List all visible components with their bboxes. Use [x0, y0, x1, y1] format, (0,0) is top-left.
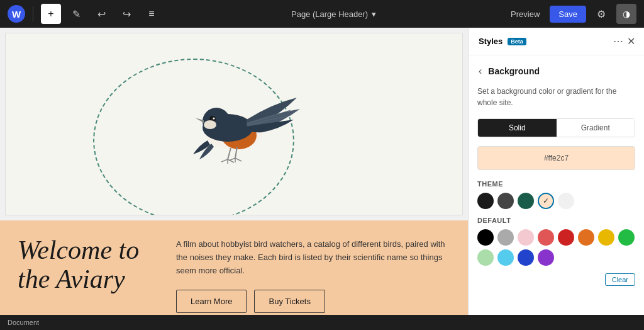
panel-section-title: Background	[488, 66, 540, 76]
canvas: Welcome to the Aviary A film about hobby…	[0, 28, 468, 315]
bird-svg	[165, 72, 303, 173]
theme-color-swatch[interactable]	[518, 193, 534, 209]
color-preview-value: #ffe2c7	[544, 154, 569, 162]
svg-line-13	[229, 158, 235, 161]
svg-point-7	[204, 120, 216, 129]
preview-button[interactable]: Preview	[506, 7, 545, 21]
toolbar-divider-1	[33, 6, 33, 21]
color-preview-box[interactable]: #ffe2c7	[477, 146, 635, 170]
svg-line-8	[228, 148, 231, 159]
solid-toggle[interactable]: Solid	[478, 119, 557, 137]
redo-button[interactable]: ↪	[116, 4, 136, 24]
clear-button[interactable]: Clear	[605, 273, 635, 286]
panel-section-header: ‹ Background	[477, 64, 635, 78]
default-color-swatch[interactable]	[477, 249, 494, 266]
default-color-swatch[interactable]	[477, 229, 494, 246]
status-bar: Document	[0, 315, 644, 330]
default-color-swatch[interactable]	[497, 249, 514, 266]
default-color-swatch[interactable]	[518, 249, 534, 266]
wp-logo-letter: W	[12, 9, 21, 20]
chevron-down-icon: ▾	[372, 9, 376, 19]
status-label: Document	[8, 319, 39, 326]
dark-mode-icon: ◑	[623, 9, 630, 19]
page-title: Welcome to the Aviary	[18, 236, 156, 293]
default-color-swatch[interactable]	[578, 229, 594, 246]
main-area: Welcome to the Aviary A film about hobby…	[0, 28, 644, 315]
theme-color-swatch[interactable]	[477, 193, 494, 209]
svg-line-9	[221, 159, 228, 162]
settings-button[interactable]: ⚙	[591, 4, 611, 24]
theme-label: THEME	[477, 180, 635, 188]
default-color-swatch[interactable]	[598, 229, 614, 246]
pen-icon: ✎	[72, 8, 80, 20]
solid-gradient-toggle: Solid Gradient	[477, 118, 635, 137]
save-button[interactable]: Save	[550, 6, 586, 23]
plus-icon: +	[48, 8, 53, 20]
dark-mode-button[interactable]: ◑	[616, 4, 636, 24]
close-icon: ✕	[627, 35, 635, 47]
svg-point-6	[213, 118, 215, 120]
toolbar: W + ✎ ↩ ↪ ≡ Page (Large Header) ▾ Previe…	[0, 0, 644, 28]
theme-color-swatch[interactable]	[538, 193, 554, 209]
gear-icon: ⚙	[597, 8, 606, 20]
page-body: Welcome to the Aviary A film about hobby…	[0, 220, 468, 315]
theme-color-swatches	[477, 193, 635, 209]
default-color-swatch[interactable]	[618, 229, 635, 246]
gradient-toggle[interactable]: Gradient	[557, 119, 635, 137]
beta-badge: Beta	[508, 38, 526, 45]
styles-tab[interactable]: Styles	[477, 34, 504, 48]
list-view-button[interactable]: ≡	[142, 4, 162, 24]
default-label: DEFAULT	[477, 217, 635, 224]
panel-description: Set a background color or gradient for t…	[477, 86, 635, 108]
page-description: A film about hobbyist bird watchers, a c…	[176, 238, 450, 277]
default-color-swatch[interactable]	[538, 249, 554, 266]
panel-close-button[interactable]: ✕	[627, 35, 635, 47]
undo-button[interactable]: ↩	[91, 4, 111, 24]
panel-back-button[interactable]: ‹	[477, 64, 483, 78]
page-description-area: A film about hobbyist bird watchers, a c…	[176, 236, 450, 313]
toolbar-right: Preview Save ⚙ ◑	[506, 4, 636, 24]
wordpress-logo[interactable]: W	[8, 5, 25, 23]
default-color-swatch[interactable]	[538, 229, 554, 246]
back-icon: ‹	[479, 65, 482, 77]
redo-icon: ↪	[123, 8, 131, 20]
styles-panel: Styles Beta ⋯ ✕ ‹ Background Set a backg…	[468, 28, 644, 315]
hero-section	[5, 33, 463, 215]
default-color-swatch[interactable]	[518, 229, 534, 246]
default-color-swatch[interactable]	[558, 229, 574, 246]
page-title-area: Welcome to the Aviary	[18, 236, 156, 293]
edit-button[interactable]: ✎	[66, 4, 86, 24]
more-icon: ⋯	[613, 35, 623, 47]
list-icon: ≡	[148, 8, 154, 20]
default-color-swatch[interactable]	[497, 229, 514, 246]
undo-icon: ↩	[97, 8, 106, 20]
panel-body: ‹ Background Set a background color or g…	[469, 55, 644, 315]
svg-line-15	[235, 158, 242, 161]
theme-color-swatch[interactable]	[497, 193, 514, 209]
buy-tickets-button[interactable]: Buy Tickets	[254, 290, 325, 313]
default-color-swatches	[477, 229, 635, 266]
panel-header: Styles Beta ⋯ ✕	[469, 28, 644, 55]
page-selector-label: Page (Large Header)	[291, 9, 368, 19]
page-buttons: Learn More Buy Tickets	[176, 290, 450, 313]
add-block-button[interactable]: +	[41, 4, 61, 24]
panel-menu-button[interactable]: ⋯	[613, 35, 623, 47]
bird-illustration	[165, 72, 303, 176]
page-selector[interactable]: Page (Large Header) ▾	[167, 9, 501, 19]
theme-color-swatch[interactable]	[558, 193, 574, 209]
learn-more-button[interactable]: Learn More	[176, 290, 247, 313]
